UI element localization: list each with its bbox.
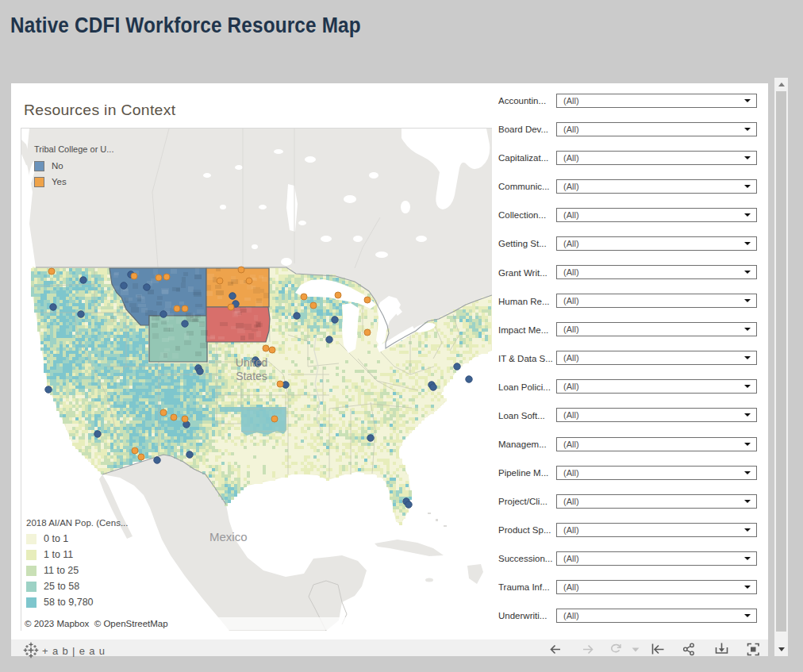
svg-text:+ab|eau: +ab|eau [42, 645, 109, 657]
svg-text:States: States [236, 370, 267, 382]
svg-text:United: United [236, 356, 267, 369]
svg-text:Mexico: Mexico [209, 530, 248, 543]
